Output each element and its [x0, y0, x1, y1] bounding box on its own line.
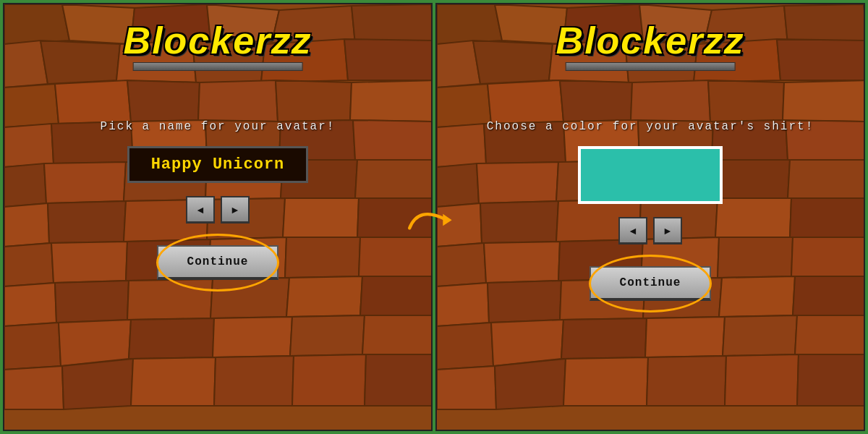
title-underblock-2: [566, 62, 736, 71]
panel-color-selection: Blockerzz Choose a color for your avatar…: [435, 3, 865, 431]
panel-name-selection: Blockerzz Pick a name for your avatar! H…: [3, 3, 433, 431]
panel2-content: Blockerzz Choose a color for your avatar…: [437, 4, 864, 430]
title-container-1: Blockerzz: [124, 19, 312, 62]
game-title-1: Blockerzz: [124, 19, 312, 62]
title-container-2: Blockerzz: [556, 19, 745, 62]
panel1-content: Blockerzz Pick a name for your avatar! H…: [4, 4, 431, 430]
continue-wrapper-2: Continue: [590, 266, 712, 301]
next-name-button[interactable]: ►: [221, 196, 250, 224]
avatar-name-text: Happy Unicorn: [151, 156, 285, 174]
main-container: Blockerzz Pick a name for your avatar! H…: [3, 3, 865, 431]
title-underblock-1: [133, 62, 303, 71]
color-prompt: Choose a color for your avatar's shirt!: [487, 120, 814, 133]
shirt-color-swatch: [578, 146, 723, 204]
color-arrow-row: ◄ ►: [618, 217, 682, 244]
prev-name-button[interactable]: ◄: [186, 196, 215, 224]
avatar-name-display: Happy Unicorn: [127, 146, 309, 183]
continue-button-2[interactable]: Continue: [590, 266, 712, 301]
game-title-2: Blockerzz: [556, 19, 745, 62]
continue-button-1[interactable]: Continue: [157, 245, 279, 280]
continue-wrapper-1: Continue: [157, 245, 279, 280]
prev-color-button[interactable]: ◄: [618, 217, 647, 244]
name-prompt: Pick a name for your avatar!: [101, 120, 336, 133]
name-arrow-row: ◄ ►: [186, 196, 250, 224]
next-color-button[interactable]: ►: [653, 217, 682, 244]
